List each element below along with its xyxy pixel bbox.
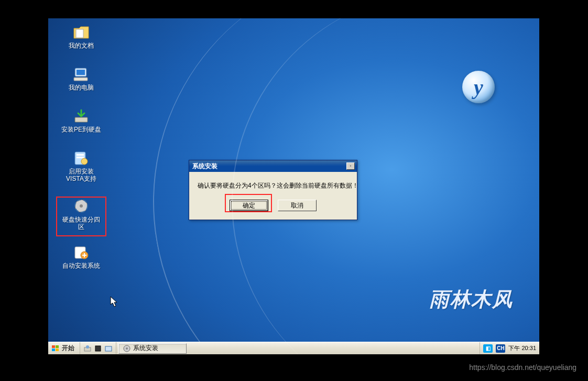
desktop-icon-label: 启用安装 VISTA支持 bbox=[61, 168, 102, 182]
disk-partition-icon bbox=[72, 199, 90, 214]
quick-launch bbox=[80, 342, 116, 354]
settings-icon bbox=[72, 150, 90, 166]
app-icon bbox=[123, 345, 130, 352]
quick-launch-item[interactable] bbox=[104, 344, 113, 353]
dialog-body: 确认要将硬盘分为4个区吗？这会删除当前硬盘所有数据！ 确定 取消 bbox=[189, 172, 357, 220]
start-button[interactable]: 开始 bbox=[48, 342, 80, 354]
svg-rect-3 bbox=[74, 78, 88, 81]
desktop-icon-enable-vista[interactable]: 启用安装 VISTA支持 bbox=[61, 150, 102, 182]
desktop-icon-install-pe[interactable]: 安装PE到硬盘 bbox=[61, 108, 102, 133]
dialog-system-install: 系统安装 ▫ 确认要将硬盘分为4个区吗？这会删除当前硬盘所有数据！ 确定 取消 bbox=[189, 160, 357, 220]
ok-button[interactable]: 确定 bbox=[230, 200, 268, 211]
taskbar-app-label: 系统安装 bbox=[133, 344, 158, 353]
dialog-message: 确认要将硬盘分为4个区吗？这会删除当前硬盘所有数据！ bbox=[198, 181, 349, 190]
folder-icon bbox=[72, 25, 90, 40]
clock-prefix: 下午 bbox=[508, 345, 520, 351]
desktop-icon-my-documents[interactable]: 我的文档 bbox=[61, 25, 102, 49]
svg-point-8 bbox=[81, 158, 88, 165]
dialog-title-text: 系统安装 bbox=[192, 162, 217, 171]
dialog-button-row: 确定 取消 bbox=[198, 200, 349, 211]
brand-text: 雨林木风 bbox=[429, 286, 513, 313]
desktop-icon-auto-install[interactable]: 自动安装系统 bbox=[61, 245, 102, 269]
quick-launch-item[interactable] bbox=[83, 344, 92, 353]
desktop-screen: 我的文档 我的电脑 安装PE到硬盘 bbox=[48, 18, 539, 354]
svg-point-15 bbox=[86, 345, 89, 349]
desktop-icon-label: 安装PE到硬盘 bbox=[61, 126, 102, 133]
brand-logo-letter: y bbox=[474, 75, 483, 100]
dialog-titlebar[interactable]: 系统安装 ▫ bbox=[189, 160, 357, 172]
svg-rect-16 bbox=[95, 346, 101, 351]
desktop-icon-quick-partition[interactable]: 硬盘快速分四 区 bbox=[61, 199, 102, 231]
dialog-restore-button[interactable]: ▫ bbox=[346, 162, 355, 170]
taskbar-items: 系统安装 bbox=[116, 342, 480, 354]
svg-rect-0 bbox=[76, 29, 83, 38]
ime-indicator-icon[interactable]: ◧ bbox=[483, 344, 493, 353]
svg-point-19 bbox=[126, 347, 128, 350]
svg-rect-4 bbox=[75, 117, 88, 122]
computer-icon bbox=[72, 67, 90, 82]
clock-time: 20:31 bbox=[521, 345, 536, 351]
windows-logo-icon bbox=[51, 345, 60, 352]
svg-rect-17 bbox=[105, 346, 112, 351]
start-label: 开始 bbox=[62, 344, 74, 353]
taskbar: 开始 系统安装 ◧ CH 下午 20:31 bbox=[48, 342, 539, 354]
brand-logo-icon: y bbox=[462, 71, 495, 103]
desktop-area[interactable]: 我的文档 我的电脑 安装PE到硬盘 bbox=[48, 18, 539, 342]
svg-point-11 bbox=[80, 204, 83, 208]
desktop-icon-label: 硬盘快速分四 区 bbox=[61, 216, 102, 231]
svg-rect-2 bbox=[77, 70, 85, 75]
watermark-text: https://blog.csdn.net/queyueliang bbox=[469, 363, 576, 372]
desktop-icon-label: 自动安装系统 bbox=[61, 262, 102, 269]
install-icon bbox=[72, 108, 90, 124]
cancel-button[interactable]: 取消 bbox=[278, 200, 317, 211]
taskbar-app-button[interactable]: 系统安装 bbox=[118, 343, 187, 354]
svg-rect-7 bbox=[77, 157, 84, 158]
desktop-icon-my-computer[interactable]: 我的电脑 bbox=[61, 67, 102, 91]
ime-language-indicator[interactable]: CH bbox=[496, 344, 505, 353]
system-tray: ◧ CH 下午 20:31 bbox=[480, 342, 539, 354]
auto-install-icon bbox=[72, 245, 90, 260]
quick-launch-item[interactable] bbox=[94, 344, 102, 353]
tray-clock[interactable]: 下午 20:31 bbox=[508, 344, 536, 352]
desktop-icon-label: 我的文档 bbox=[61, 42, 102, 49]
svg-rect-6 bbox=[77, 154, 84, 156]
desktop-icon-label: 我的电脑 bbox=[61, 84, 102, 91]
